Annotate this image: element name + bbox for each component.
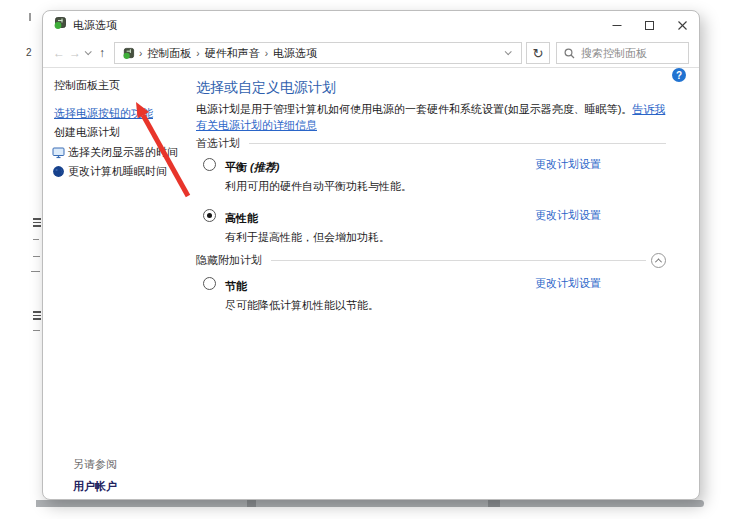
address-dropdown-icon[interactable] — [503, 47, 514, 59]
sidebar-item-label: 选择关闭显示器的时间 — [68, 145, 178, 160]
section-header-label: 首选计划 — [196, 136, 240, 151]
breadcrumb-hardware-and-sound[interactable]: 硬件和声音 — [204, 46, 261, 61]
radio-high-performance[interactable] — [203, 209, 216, 222]
plan-row-power-saver: 节能 尽可能降低计算机性能以节能。 更改计划设置 — [203, 276, 666, 313]
display-settings-icon — [52, 146, 65, 159]
background-window-fragment — [33, 311, 41, 320]
sidebar-item-label: 更改计算机睡眠时间 — [68, 164, 167, 179]
background-text-fragment: 2 — [26, 47, 32, 58]
power-options-icon — [53, 16, 67, 34]
breadcrumb-separator-icon: › — [261, 48, 272, 59]
power-options-window: 电源选项 ← → ↑ › — [42, 10, 700, 500]
navigation-toolbar: ← → ↑ › 控制面板 › 硬件和声音 › 电源选项 ↻ — [43, 39, 699, 68]
change-plan-settings-link[interactable]: 更改计划设置 — [535, 157, 601, 172]
up-button[interactable]: ↑ — [94, 47, 110, 59]
plan-row-high-performance: 高性能 有利于提高性能，但会增加功耗。 更改计划设置 — [203, 208, 666, 245]
change-plan-settings-link[interactable]: 更改计划设置 — [535, 208, 601, 223]
sleep-icon — [52, 165, 65, 178]
background-window-edge-notch — [247, 500, 256, 507]
change-plan-settings-link[interactable]: 更改计划设置 — [535, 276, 601, 291]
window-title: 电源选项 — [73, 18, 117, 33]
sidebar-item-user-accounts[interactable]: 用户帐户 — [73, 479, 117, 494]
breadcrumb-power-options[interactable]: 电源选项 — [272, 46, 318, 61]
page-title: 选择或自定义电源计划 — [196, 79, 666, 97]
breadcrumb-separator-icon: › — [192, 48, 203, 59]
background-window-fragment — [33, 256, 40, 257]
breadcrumb-control-panel[interactable]: 控制面板 — [146, 46, 192, 61]
radio-power-saver[interactable] — [203, 277, 216, 290]
sidebar-item-change-sleep-time[interactable]: 更改计算机睡眠时间 — [52, 164, 195, 179]
plan-description: 有利于提高性能，但会增加功耗。 — [225, 230, 666, 245]
plan-recommended-badge: (推荐) — [250, 161, 279, 173]
section-header-preferred-plans: 首选计划 — [196, 136, 666, 151]
recent-pages-dropdown-icon[interactable] — [85, 48, 92, 55]
chevron-up-icon — [655, 258, 662, 265]
plan-description: 利用可用的硬件自动平衡功耗与性能。 — [225, 179, 666, 194]
address-bar[interactable]: › 控制面板 › 硬件和声音 › 电源选项 — [114, 42, 522, 64]
background-window-fragment — [33, 330, 40, 331]
window-controls — [600, 11, 699, 39]
content-area: 控制面板主页 选择电源按钮的功能 创建电源计划 选择关闭显示器的时间 更改计算机… — [43, 69, 699, 499]
radio-balanced[interactable] — [203, 158, 216, 171]
maximize-button[interactable] — [633, 11, 666, 39]
sidebar-item-choose-power-buttons[interactable]: 选择电源按钮的功能 — [54, 106, 195, 121]
intro-description: 电源计划是用于管理计算机如何使用电源的一套硬件和系统设置(如显示器亮度、睡眠等)… — [196, 103, 632, 115]
see-also-section: 另请参阅 用户帐户 — [73, 457, 117, 494]
background-window-edge — [36, 500, 704, 507]
close-button[interactable] — [666, 11, 699, 39]
plan-row-balanced: 平衡(推荐) 利用可用的硬件自动平衡功耗与性能。 更改计划设置 — [203, 157, 666, 194]
back-button[interactable]: ← — [51, 47, 67, 59]
title-bar: 电源选项 — [43, 11, 699, 39]
search-icon — [564, 48, 575, 59]
minimize-button[interactable] — [600, 11, 633, 39]
search-placeholder: 搜索控制面板 — [581, 46, 647, 61]
background-window-fragment — [33, 218, 41, 227]
screen: 2 电源选项 — [0, 0, 750, 519]
intro-text: 电源计划是用于管理计算机如何使用电源的一套硬件和系统设置(如显示器亮度、睡眠等)… — [196, 101, 666, 133]
search-box[interactable]: 搜索控制面板 — [556, 42, 689, 64]
background-window-fragment — [31, 271, 40, 272]
plan-name: 高性能 — [225, 212, 258, 224]
sidebar-item-choose-display-off-time[interactable]: 选择关闭显示器的时间 — [52, 145, 195, 160]
section-divider — [249, 143, 666, 144]
see-also-header: 另请参阅 — [73, 457, 117, 472]
section-header-label: 隐藏附加计划 — [196, 253, 262, 268]
section-header-hide-additional-plans: 隐藏附加计划 — [196, 253, 666, 268]
sidebar: 控制面板主页 选择电源按钮的功能 创建电源计划 选择关闭显示器的时间 更改计算机… — [43, 69, 195, 499]
section-divider — [271, 260, 646, 261]
help-icon[interactable]: ? — [672, 68, 686, 82]
sidebar-item-create-power-plan[interactable]: 创建电源计划 — [54, 125, 195, 140]
collapse-section-button[interactable] — [651, 253, 666, 268]
forward-button[interactable]: → — [67, 47, 83, 59]
power-options-icon — [122, 47, 135, 60]
background-window-edge-notch — [488, 500, 500, 507]
main-pane: 选择或自定义电源计划 电源计划是用于管理计算机如何使用电源的一套硬件和系统设置(… — [196, 69, 666, 313]
plan-name: 节能 — [225, 280, 247, 292]
plan-name: 平衡 — [225, 161, 247, 173]
refresh-button[interactable]: ↻ — [526, 42, 550, 64]
background-window-fragment — [29, 13, 31, 21]
plan-description: 尽可能降低计算机性能以节能。 — [225, 298, 666, 313]
sidebar-item-control-panel-home[interactable]: 控制面板主页 — [54, 78, 195, 93]
background-window-fragment — [33, 239, 39, 240]
breadcrumb-separator-icon: › — [135, 48, 146, 59]
